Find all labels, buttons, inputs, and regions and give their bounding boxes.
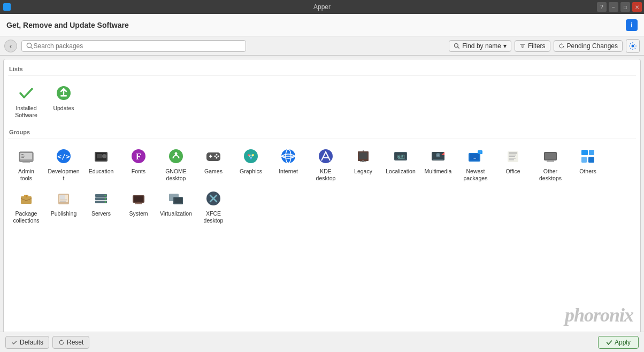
publishing-label: Publishing: [51, 210, 76, 217]
virtualization-icon: [166, 189, 186, 208]
svg-rect-29: [210, 155, 211, 158]
svg-rect-53: [433, 159, 443, 160]
xfce-desktop-icon: [204, 189, 223, 208]
office-item[interactable]: Office: [495, 143, 531, 185]
installed-icon: [17, 83, 36, 103]
updates-icon: [54, 83, 73, 103]
gnome-desktop-item[interactable]: GNOMEdesktop: [158, 143, 194, 185]
other-desktops-label: Otherdesktops: [539, 168, 562, 181]
titlebar-controls[interactable]: ? − □ ✕: [597, 2, 642, 12]
graphics-label: Graphics: [240, 168, 262, 175]
publishing-icon: [54, 189, 73, 208]
graphics-item[interactable]: Graphics: [233, 143, 269, 185]
maximize-button[interactable]: □: [620, 2, 630, 12]
svg-point-85: [105, 198, 106, 200]
app-icon: [3, 3, 11, 11]
newest-packages-item[interactable]: ... ! Newestpackages: [457, 143, 494, 185]
gnome-desktop-icon: [166, 147, 186, 166]
admin-tools-label: Admintools: [18, 168, 34, 181]
legacy-item[interactable]: Legacy: [345, 143, 381, 185]
find-by-name-label: Find by name: [462, 42, 501, 50]
newest-packages-icon: ... !: [466, 147, 485, 166]
filters-button[interactable]: Filters: [515, 40, 550, 52]
svg-point-7: [632, 44, 634, 47]
apply-button[interactable]: Apply: [598, 336, 639, 349]
svg-point-0: [27, 43, 31, 47]
help-button[interactable]: ?: [597, 2, 607, 12]
toolbar: ‹ Find by name ▾ Filters: [0, 36, 644, 56]
pending-changes-button[interactable]: Pending Changes: [554, 40, 623, 52]
newest-packages-label: Newestpackages: [464, 168, 488, 181]
others-item[interactable]: Others: [570, 143, 606, 185]
pending-changes-label: Pending Changes: [567, 42, 618, 50]
admin-tools-item[interactable]: Admintools: [8, 143, 44, 185]
refresh-icon: [558, 43, 565, 49]
reset-label: Reset: [67, 339, 83, 346]
other-desktops-item[interactable]: Otherdesktops: [532, 143, 569, 185]
servers-item[interactable]: Servers: [83, 186, 119, 227]
system-icon: [129, 189, 148, 208]
servers-icon: [91, 189, 111, 208]
svg-point-46: [363, 150, 364, 151]
kde-desktop-label: KDEdesktop: [316, 168, 336, 181]
svg-point-26: [175, 152, 178, 155]
localization-item[interactable]: 地图 Localization: [382, 143, 419, 185]
page-header: Get, Remove and Update Software i: [0, 14, 644, 36]
virtualization-item[interactable]: Virtualization: [158, 186, 194, 227]
minimize-button[interactable]: −: [609, 2, 618, 12]
admin-tools-icon: [17, 147, 36, 166]
svg-rect-13: [21, 156, 25, 157]
multimedia-item[interactable]: Multimedia: [420, 143, 456, 185]
watermark: phoronix: [554, 299, 644, 332]
updates-item[interactable]: Updates: [45, 80, 82, 121]
search-icon: [26, 42, 34, 50]
development-item[interactable]: </> Development: [45, 143, 82, 185]
svg-point-33: [214, 156, 216, 157]
updates-label: Updates: [53, 105, 74, 112]
lists-section-label: Lists: [8, 64, 636, 76]
defaults-button[interactable]: Defaults: [5, 336, 49, 349]
multimedia-label: Multimedia: [425, 168, 452, 175]
filter-icon: [519, 43, 526, 49]
search-box: [21, 40, 246, 52]
package-collections-item[interactable]: Packagecollections: [8, 186, 44, 227]
internet-item[interactable]: Internet: [270, 143, 306, 185]
kde-desktop-item[interactable]: KDEdesktop: [308, 143, 344, 185]
defaults-label: Defaults: [20, 339, 43, 346]
titlebar-left: [3, 3, 11, 11]
toolbar-left: ‹: [4, 40, 246, 52]
installed-software-item[interactable]: InstalledSoftware: [8, 80, 44, 121]
internet-icon: [279, 147, 298, 166]
svg-rect-70: [589, 150, 594, 155]
svg-rect-12: [21, 154, 24, 155]
localization-label: Localization: [386, 168, 415, 175]
office-icon: [503, 147, 523, 166]
xfce-desktop-item[interactable]: XFCEdesktop: [195, 186, 232, 227]
publishing-item[interactable]: Publishing: [45, 186, 82, 227]
svg-rect-43: [359, 152, 367, 159]
reset-button[interactable]: Reset: [52, 336, 89, 349]
legacy-label: Legacy: [354, 168, 372, 175]
svg-rect-45: [360, 162, 366, 163]
other-desktops-icon: [541, 147, 560, 166]
svg-point-86: [105, 201, 106, 203]
groups-section-label: Groups: [8, 127, 636, 139]
settings-button[interactable]: [626, 39, 640, 53]
svg-rect-72: [588, 157, 594, 163]
education-label: Education: [89, 168, 114, 175]
find-by-name-button[interactable]: Find by name ▾: [449, 40, 511, 52]
info-icon[interactable]: i: [626, 19, 638, 31]
close-button[interactable]: ✕: [632, 2, 642, 12]
education-item[interactable]: Education: [83, 143, 119, 185]
games-item[interactable]: Games: [195, 143, 232, 185]
svg-rect-68: [547, 161, 554, 162]
lists-grid: InstalledSoftware Updates: [8, 80, 636, 121]
system-item[interactable]: System: [120, 186, 157, 227]
search-input[interactable]: [34, 42, 241, 50]
svg-rect-16: [22, 162, 30, 163]
others-icon: [578, 147, 597, 166]
svg-rect-79: [60, 200, 67, 200]
back-button[interactable]: ‹: [4, 40, 17, 52]
fonts-item[interactable]: F Fonts: [120, 143, 157, 185]
defaults-icon: [11, 339, 18, 346]
